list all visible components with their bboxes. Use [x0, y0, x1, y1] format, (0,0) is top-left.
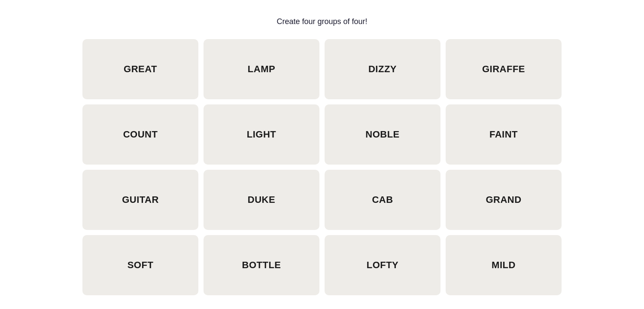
tile-label-lofty: LOFTY	[367, 260, 399, 271]
tile-label-great: GREAT	[124, 64, 157, 75]
tile-cab[interactable]: CAB	[325, 170, 440, 230]
tile-soft[interactable]: SOFT	[82, 235, 198, 295]
tile-duke[interactable]: DUKE	[204, 170, 319, 230]
tile-dizzy[interactable]: DIZZY	[325, 39, 440, 99]
tile-label-guitar: GUITAR	[122, 194, 159, 205]
tile-count[interactable]: COUNT	[82, 104, 198, 165]
tile-label-mild: MILD	[492, 260, 516, 271]
tile-label-faint: FAINT	[489, 129, 518, 140]
tile-great[interactable]: GREAT	[82, 39, 198, 99]
tile-bottle[interactable]: BOTTLE	[204, 235, 319, 295]
tile-label-grand: GRAND	[486, 194, 521, 205]
page-subtitle: Create four groups of four!	[276, 17, 367, 26]
tile-label-noble: NOBLE	[365, 129, 400, 140]
tile-mild[interactable]: MILD	[446, 235, 562, 295]
tile-label-dizzy: DIZZY	[368, 64, 397, 75]
tile-label-bottle: BOTTLE	[242, 260, 281, 271]
tile-faint[interactable]: FAINT	[446, 104, 562, 165]
tile-label-light: LIGHT	[247, 129, 276, 140]
tile-grand[interactable]: GRAND	[446, 170, 562, 230]
tile-label-giraffe: GIRAFFE	[482, 64, 525, 75]
tile-lamp[interactable]: LAMP	[204, 39, 319, 99]
tile-label-cab: CAB	[372, 194, 393, 205]
tile-label-count: COUNT	[123, 129, 158, 140]
word-grid: GREATLAMPDIZZYGIRAFFECOUNTLIGHTNOBLEFAIN…	[82, 39, 562, 295]
tile-label-duke: DUKE	[248, 194, 275, 205]
tile-guitar[interactable]: GUITAR	[82, 170, 198, 230]
tile-label-lamp: LAMP	[248, 64, 275, 75]
tile-noble[interactable]: NOBLE	[325, 104, 440, 165]
tile-light[interactable]: LIGHT	[204, 104, 319, 165]
tile-lofty[interactable]: LOFTY	[325, 235, 440, 295]
tile-giraffe[interactable]: GIRAFFE	[446, 39, 562, 99]
tile-label-soft: SOFT	[128, 260, 154, 271]
